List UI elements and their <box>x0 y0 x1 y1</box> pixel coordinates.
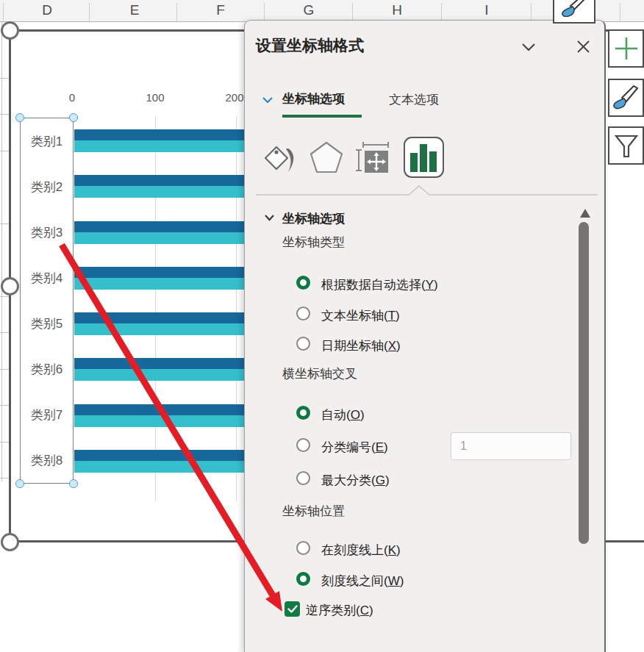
category-label: 类别2 <box>21 164 73 209</box>
column-letter-g[interactable]: G <box>294 2 323 18</box>
bar-pair[interactable] <box>74 393 244 438</box>
column-separator <box>352 3 353 21</box>
axis-selection-handle[interactable] <box>15 479 24 488</box>
column-separator <box>531 3 532 21</box>
column-letter-f[interactable]: F <box>206 2 235 18</box>
radio-label-between-tick-marks[interactable]: 刻度线之间(W) <box>321 573 404 590</box>
bar-pair[interactable] <box>74 118 244 163</box>
radio-label-at-maximum-category[interactable]: 最大分类(G) <box>321 472 390 489</box>
radio-label-auto-select-by-data[interactable]: 根据数据自动选择(Y) <box>321 276 438 293</box>
radio-at-maximum-category[interactable] <box>296 471 310 485</box>
column-separator <box>176 3 177 21</box>
radio-automatic[interactable] <box>296 406 310 420</box>
pane-collapse-button[interactable] <box>521 43 536 51</box>
column-separator <box>441 3 442 21</box>
category-axis-labels-box[interactable]: 类别1 类别2 类别3 类别4 类别5 类别6 类别7 类别8 <box>20 118 74 484</box>
axis-options-icon[interactable] <box>404 137 444 178</box>
axis-selection-handle[interactable] <box>69 113 78 122</box>
category-label: 类别3 <box>21 209 73 255</box>
category-label: 类别6 <box>21 346 73 392</box>
column-separator <box>3 3 4 21</box>
fill-and-line-icon[interactable] <box>262 140 296 176</box>
radio-between-tick-marks[interactable] <box>296 572 310 586</box>
radio-label-at-category-number[interactable]: 分类编号(E) <box>321 439 388 456</box>
chart-elements-button[interactable] <box>608 29 644 68</box>
brush-icon <box>612 84 640 112</box>
radio-at-category-number[interactable] <box>296 438 310 452</box>
worksheet-column-gridline <box>1 22 2 481</box>
radio-label-text-axis[interactable]: 文本坐标轴(T) <box>321 307 400 324</box>
group-label-axis-crosses: 横坐标轴交叉 <box>282 365 357 382</box>
bar-pair[interactable] <box>74 209 244 255</box>
chevron-down-icon <box>521 43 536 51</box>
radio-auto-select-by-data[interactable] <box>296 276 310 290</box>
chart-resize-handle-midleft[interactable] <box>1 277 19 295</box>
bar-pair[interactable] <box>74 255 244 301</box>
scrollbar-up-arrow[interactable] <box>580 209 590 218</box>
group-label-axis-position: 坐标轴位置 <box>282 503 345 520</box>
pane-close-button[interactable] <box>577 40 590 53</box>
effects-icon[interactable] <box>309 141 344 175</box>
category-label: 类别7 <box>21 392 73 437</box>
column-separator <box>89 3 90 21</box>
active-tab-underline <box>282 115 362 118</box>
filter-icon <box>612 132 640 160</box>
column-header-row: D E F G H I <box>0 0 644 22</box>
tab-chevron-icon[interactable] <box>262 96 273 104</box>
bar-pair[interactable] <box>74 438 244 484</box>
size-and-properties-icon[interactable] <box>356 141 391 175</box>
bar-pair[interactable] <box>74 301 244 346</box>
column-separator <box>264 3 265 21</box>
category-number-input[interactable] <box>451 432 571 460</box>
group-label-axis-type: 坐标轴类型 <box>282 234 345 251</box>
section-axis-options[interactable]: 坐标轴选项 <box>282 210 345 227</box>
plus-icon <box>613 35 640 62</box>
radio-on-tick-marks[interactable] <box>296 541 310 555</box>
scrollbar-thumb[interactable] <box>579 222 589 544</box>
pane-title: 设置坐标轴格式 <box>256 35 364 56</box>
column-letter-e[interactable]: E <box>120 2 149 18</box>
tab-text-options[interactable]: 文本选项 <box>389 91 439 108</box>
section-chevron-icon[interactable] <box>264 214 275 221</box>
column-letter-h[interactable]: H <box>382 2 412 18</box>
axis-tick-100: 100 <box>140 91 170 104</box>
close-icon <box>577 40 590 53</box>
chart-styles-button[interactable] <box>608 79 644 117</box>
axis-selection-handle[interactable] <box>69 479 78 488</box>
chart-styles-button-top[interactable] <box>553 0 595 24</box>
radio-label-date-axis[interactable]: 日期坐标轴(X) <box>321 337 401 354</box>
bar-series-plot[interactable] <box>74 118 244 484</box>
chart-resize-handle-topleft[interactable] <box>1 21 19 40</box>
bar-pair[interactable] <box>74 346 244 392</box>
column-letter-i[interactable]: I <box>472 2 501 18</box>
column-letter-d[interactable]: D <box>32 2 62 18</box>
bar-pair[interactable] <box>74 163 244 209</box>
radio-date-axis[interactable] <box>296 337 310 351</box>
brush-icon <box>559 0 589 17</box>
reverse-categories-checkbox[interactable] <box>285 601 300 617</box>
category-label: 类别1 <box>21 118 73 164</box>
axis-tick-0: 0 <box>57 91 87 104</box>
chart-filters-button[interactable] <box>608 126 644 165</box>
radio-label-automatic[interactable]: 自动(O) <box>321 406 365 423</box>
category-label: 类别4 <box>21 255 73 301</box>
checkbox-label-reverse-categories[interactable]: 逆序类别(C) <box>306 602 373 619</box>
pane-divider <box>256 184 598 196</box>
category-label: 类别8 <box>21 437 73 483</box>
bar-chart-icon <box>405 138 442 176</box>
column-separator <box>620 3 620 21</box>
chart-resize-handle-bottomleft[interactable] <box>1 533 19 551</box>
radio-label-on-tick-marks[interactable]: 在刻度线上(K) <box>321 542 401 559</box>
tab-axis-options[interactable]: 坐标轴选项 <box>282 90 345 107</box>
category-label: 类别5 <box>21 301 73 346</box>
radio-text-axis[interactable] <box>296 307 310 320</box>
check-icon <box>287 605 298 613</box>
axis-selection-handle[interactable] <box>15 113 24 122</box>
